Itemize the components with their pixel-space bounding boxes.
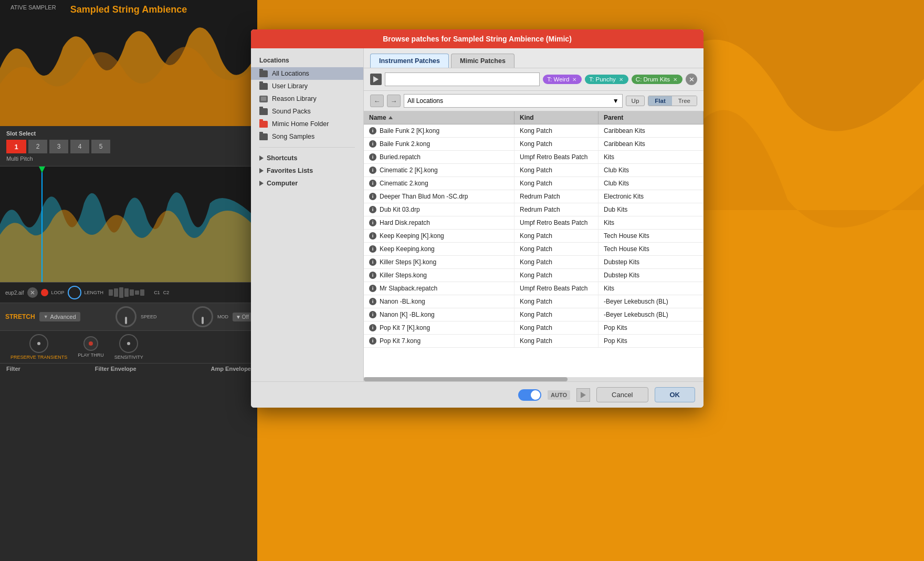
sidebar-item-all-locations[interactable]: All Locations: [251, 67, 363, 80]
file-parent: Kits: [598, 216, 704, 229]
advanced-btn[interactable]: ▼ Advanced: [39, 312, 80, 321]
info-icon[interactable]: i: [369, 285, 376, 292]
sidebar-item-mimic-home[interactable]: Mimic Home Folder: [251, 118, 363, 130]
tag-drum-kits[interactable]: C: Drum Kits ✕: [632, 75, 682, 84]
tab-instrument-patches[interactable]: Instrument Patches: [370, 54, 449, 68]
slot-1[interactable]: 1: [6, 140, 26, 153]
slot-5[interactable]: 5: [91, 140, 110, 153]
record-button[interactable]: [41, 289, 48, 296]
table-row[interactable]: i Baile Funk 2 [K].kong Kong Patch Carib…: [364, 124, 704, 138]
play-thru-btn[interactable]: PLAY THRU: [78, 336, 104, 358]
filter-label: Filter: [6, 366, 20, 372]
play-preview-button[interactable]: [370, 74, 382, 85]
file-name: i Keep Keeping [K].kong: [364, 230, 514, 242]
table-row[interactable]: i Cinematic 2.kong Kong Patch Club Kits: [364, 177, 704, 190]
info-icon[interactable]: i: [369, 127, 376, 134]
tabs-row: Instrument Patches Mimic Patches: [364, 48, 704, 68]
info-icon[interactable]: i: [369, 206, 376, 213]
up-button[interactable]: Up: [626, 96, 645, 106]
locations-sidebar: Locations All Locations User Library Rea…: [251, 48, 364, 381]
location-dropdown[interactable]: All Locations ▼: [404, 94, 623, 108]
info-icon[interactable]: i: [369, 272, 376, 279]
info-icon[interactable]: i: [369, 140, 376, 148]
speed-knob[interactable]: [116, 306, 136, 327]
mod-knob[interactable]: [192, 306, 213, 327]
browse-dialog: Browse patches for Sampled String Ambien…: [251, 29, 704, 408]
off-label[interactable]: ▼Off: [233, 313, 252, 321]
tab-mimic-patches[interactable]: Mimic Patches: [451, 54, 514, 68]
cancel-button[interactable]: Cancel: [596, 387, 648, 402]
table-row[interactable]: i Killer Steps.kong Kong Patch Dubstep K…: [364, 269, 704, 282]
info-icon[interactable]: i: [369, 337, 376, 345]
table-row[interactable]: i Baile Funk 2.kong Kong Patch Caribbean…: [364, 138, 704, 151]
tag-drum-kits-close[interactable]: ✕: [672, 76, 678, 82]
forward-button[interactable]: →: [387, 95, 401, 107]
info-icon[interactable]: i: [369, 153, 376, 161]
info-icon[interactable]: i: [369, 258, 376, 266]
file-kind: Kong Patch: [514, 138, 598, 150]
sidebar-item-reason-library[interactable]: Reason Library: [251, 92, 363, 105]
search-input[interactable]: [385, 72, 540, 86]
file-name: i Killer Steps [K].kong: [364, 256, 514, 268]
info-icon[interactable]: i: [369, 324, 376, 331]
table-row[interactable]: i Keep Keeping.kong Kong Patch Tech Hous…: [364, 243, 704, 256]
table-row[interactable]: i Cinematic 2 [K].kong Kong Patch Club K…: [364, 164, 704, 177]
table-row[interactable]: i Dub Kit 03.drp Redrum Patch Dub Kits: [364, 203, 704, 216]
flat-view-button[interactable]: Flat: [648, 96, 671, 106]
computer-group[interactable]: Computer: [251, 177, 363, 190]
file-name: i Pop Kit 7 [K].kong: [364, 321, 514, 334]
sampler-label: ATIVE SAMPLER: [10, 4, 56, 11]
shortcuts-label: Shortcuts: [267, 154, 297, 162]
table-row[interactable]: i Nanon [K] -BL.kong Kong Patch -Beyer L…: [364, 308, 704, 321]
info-icon[interactable]: i: [369, 245, 376, 253]
toggle-track[interactable]: [518, 389, 541, 401]
slot-3[interactable]: 3: [49, 140, 68, 153]
file-parent: Pop Kits: [598, 335, 704, 347]
table-row[interactable]: i Keep Keeping [K].kong Kong Patch Tech …: [364, 230, 704, 243]
slot-4[interactable]: 4: [70, 140, 89, 153]
sidebar-item-user-library[interactable]: User Library: [251, 80, 363, 92]
ok-button[interactable]: OK: [655, 387, 696, 402]
mimic-home-label: Mimic Home Folder: [272, 120, 329, 128]
table-row[interactable]: i Hard Disk.repatch Umpf Retro Beats Pat…: [364, 216, 704, 230]
table-row[interactable]: i Pop Kit 7 [K].kong Kong Patch Pop Kits: [364, 321, 704, 335]
sidebar-item-sound-packs[interactable]: Sound Packs: [251, 105, 363, 118]
back-button[interactable]: ←: [370, 95, 384, 107]
tag-punchy-label: T: Punchy: [589, 76, 616, 82]
table-row[interactable]: i Killer Steps [K].kong Kong Patch Dubst…: [364, 256, 704, 269]
table-row[interactable]: i Pop Kit 7.kong Kong Patch Pop Kits: [364, 335, 704, 348]
info-icon[interactable]: i: [369, 232, 376, 240]
tag-weird[interactable]: T: Weird ✕: [543, 75, 582, 84]
info-icon[interactable]: i: [369, 298, 376, 305]
sensitivity-knob[interactable]: SENSITIVITY: [114, 334, 143, 360]
length-knob[interactable]: [68, 286, 81, 299]
table-row[interactable]: i Deeper Than Blud Mon -SC.drp Redrum Pa…: [364, 190, 704, 203]
table-row[interactable]: i Nanon -BL.kong Kong Patch -Beyer Lekeb…: [364, 295, 704, 308]
favorites-group[interactable]: Favorites Lists: [251, 164, 363, 177]
tag-punchy[interactable]: T: Punchy ✕: [585, 75, 628, 84]
divider-1: [259, 147, 355, 148]
toggle-switch[interactable]: [518, 389, 541, 401]
slot-2[interactable]: 2: [28, 140, 47, 153]
scroll-hint: [364, 377, 704, 381]
tag-weird-close[interactable]: ✕: [571, 76, 578, 82]
tag-punchy-close[interactable]: ✕: [618, 76, 624, 82]
file-name: i Baile Funk 2.kong: [364, 138, 514, 150]
sidebar-item-song-samples[interactable]: Song Samples: [251, 130, 363, 143]
auto-label: AUTO: [548, 390, 570, 400]
next-button[interactable]: [576, 388, 590, 402]
info-icon[interactable]: i: [369, 219, 376, 226]
shortcuts-group[interactable]: Shortcuts: [251, 152, 363, 164]
info-icon[interactable]: i: [369, 311, 376, 318]
table-row[interactable]: i Mr Slapback.repatch Umpf Retro Beats P…: [364, 282, 704, 295]
clr-button[interactable]: [27, 287, 38, 298]
filter-env-label: Filter Envelope: [95, 366, 136, 372]
info-icon[interactable]: i: [369, 167, 376, 174]
clear-all-tags-button[interactable]: ✕: [686, 74, 697, 85]
tree-view-button[interactable]: Tree: [672, 96, 697, 106]
scrollbar[interactable]: [364, 377, 568, 381]
table-row[interactable]: i Buried.repatch Umpf Retro Beats Patch …: [364, 151, 704, 164]
info-icon[interactable]: i: [369, 193, 376, 200]
info-icon[interactable]: i: [369, 180, 376, 187]
reason-library-label: Reason Library: [272, 95, 317, 102]
